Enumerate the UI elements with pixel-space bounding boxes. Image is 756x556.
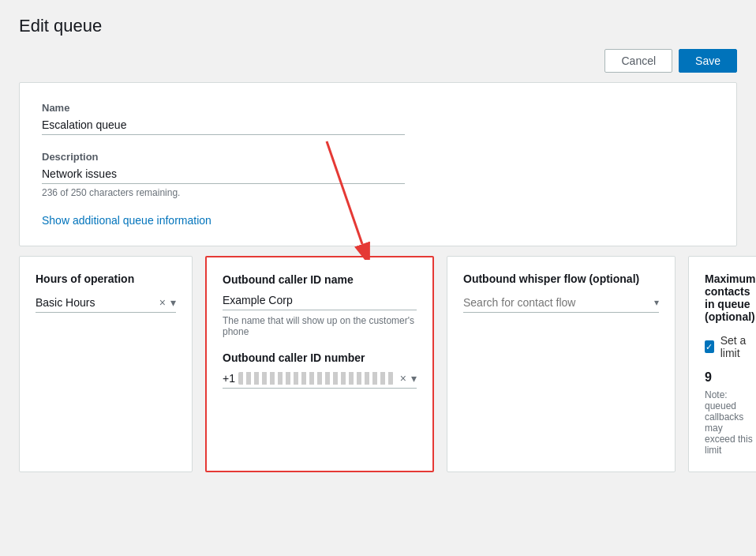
- outbound-caller-id-panel: Outbound caller ID name Example Corp The…: [205, 256, 434, 472]
- hours-select-value: Basic Hours: [36, 296, 159, 309]
- phone-icons: × ▾: [400, 372, 417, 385]
- bottom-section: Hours of operation Basic Hours × ▾ Outbo…: [19, 256, 737, 472]
- main-form-card: Name Escalation queue Description Networ…: [19, 82, 737, 246]
- hours-select-icons: × ▾: [159, 296, 176, 309]
- phone-dropdown-icon[interactable]: ▾: [411, 372, 417, 385]
- cancel-button[interactable]: Cancel: [604, 49, 672, 73]
- name-label: Name: [42, 102, 714, 114]
- hours-title: Hours of operation: [36, 272, 176, 285]
- hours-dropdown-icon[interactable]: ▾: [170, 296, 176, 309]
- caller-id-number-row[interactable]: +1 × ▾: [223, 372, 417, 389]
- caller-id-number-title: Outbound caller ID number: [223, 351, 417, 364]
- search-contact-flow-input[interactable]: [463, 296, 654, 309]
- whisper-title: Outbound whisper flow (optional): [463, 272, 659, 285]
- limit-note: Note: queued callbacks may exceed this l…: [705, 389, 756, 456]
- hours-clear-icon[interactable]: ×: [159, 296, 166, 309]
- phone-number-blurred: [238, 372, 394, 385]
- set-limit-row[interactable]: Set a limit: [705, 334, 756, 359]
- caller-id-helper: The name that will show up on the custom…: [223, 315, 417, 337]
- name-value: Escalation queue: [42, 118, 405, 135]
- caller-id-name-value: Example Corp: [223, 294, 417, 310]
- description-label: Description: [42, 151, 714, 163]
- set-limit-label: Set a limit: [720, 334, 756, 359]
- phone-prefix: +1: [223, 372, 235, 385]
- limit-value: 9: [705, 370, 756, 385]
- whisper-dropdown-icon[interactable]: ▾: [654, 297, 659, 308]
- hours-select-row[interactable]: Basic Hours × ▾: [36, 296, 176, 313]
- search-flow-row[interactable]: ▾: [463, 296, 659, 313]
- page-title: Edit queue: [19, 16, 737, 36]
- show-additional-info-link[interactable]: Show additional queue information: [42, 214, 211, 227]
- whisper-flow-panel: Outbound whisper flow (optional) ▾: [447, 256, 676, 472]
- save-button[interactable]: Save: [679, 49, 737, 73]
- max-contacts-title: Maximum contacts in queue (optional): [705, 272, 756, 323]
- phone-clear-icon[interactable]: ×: [400, 372, 406, 385]
- hours-of-operation-panel: Hours of operation Basic Hours × ▾: [19, 256, 193, 472]
- max-contacts-panel: Maximum contacts in queue (optional) Set…: [688, 256, 756, 472]
- set-limit-checkbox[interactable]: [705, 340, 714, 353]
- char-count: 236 of 250 characters remaining.: [42, 187, 714, 198]
- description-value: Network issues: [42, 167, 405, 184]
- caller-id-title: Outbound caller ID name: [223, 273, 417, 286]
